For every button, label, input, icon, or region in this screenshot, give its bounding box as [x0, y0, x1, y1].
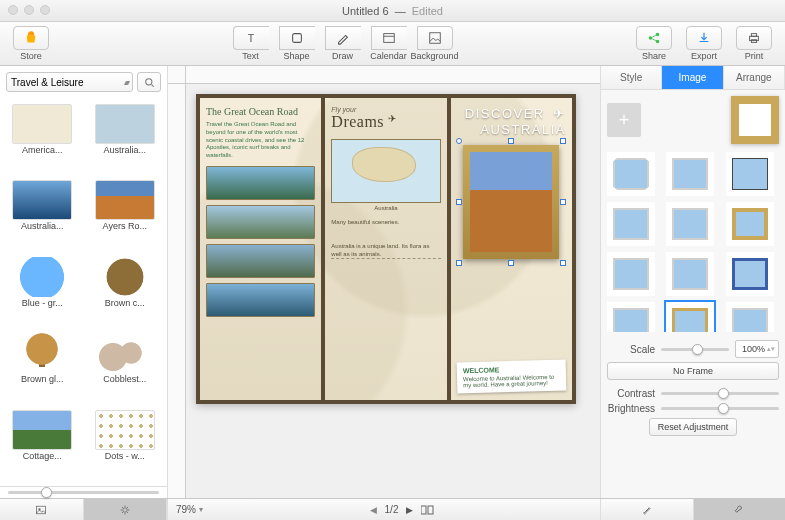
- canvas-area[interactable]: The Great Ocean Road Travel the Great Oc…: [168, 66, 600, 498]
- plane-icon: ✈: [388, 113, 396, 124]
- svg-point-5: [649, 36, 653, 40]
- inspector-mode-format[interactable]: [601, 499, 693, 520]
- reset-adjustment-button[interactable]: Reset Adjustment: [649, 418, 738, 436]
- background-tool-label: Background: [410, 51, 458, 61]
- zoom-window-icon[interactable]: [40, 5, 50, 15]
- frame-option[interactable]: [726, 202, 774, 246]
- panel1-photo[interactable]: [206, 283, 315, 317]
- draw-tool-label: Draw: [332, 51, 353, 61]
- panel1-photo[interactable]: [206, 205, 315, 239]
- panel1-photo[interactable]: [206, 166, 315, 200]
- svg-rect-4: [429, 33, 440, 44]
- print-button[interactable]: Print: [731, 26, 777, 61]
- export-button[interactable]: Export: [681, 26, 727, 61]
- panel2-map-label: Australia: [331, 205, 440, 211]
- library-item-label: Dots - w...: [105, 451, 145, 461]
- panel2-line2: Australia is a unique land. Its flora as…: [331, 243, 440, 259]
- library-view-photos[interactable]: [0, 499, 84, 520]
- inspector-mode-tools[interactable]: [693, 499, 786, 520]
- selected-image-frame[interactable]: [463, 145, 559, 259]
- share-button[interactable]: Share: [631, 26, 677, 61]
- welcome-heading: WELCOME: [462, 365, 559, 375]
- page-thumbnails-button[interactable]: [421, 505, 435, 515]
- library-item[interactable]: America...: [2, 102, 83, 176]
- brightness-slider[interactable]: [661, 407, 779, 410]
- next-page-button[interactable]: ▶: [406, 505, 413, 515]
- main-toolbar: Store T Text Shape Draw Calendar Backgro…: [0, 22, 785, 66]
- title-bar: Untitled 6 — Edited: [0, 0, 785, 22]
- library-item[interactable]: Australia...: [85, 102, 166, 176]
- frame-option[interactable]: [666, 302, 714, 332]
- svg-rect-2: [384, 34, 395, 43]
- welcome-note[interactable]: WELCOME Welcome to Australia! Welcome to…: [456, 360, 566, 394]
- frame-option[interactable]: [666, 252, 714, 296]
- library-item[interactable]: Cobblest...: [85, 331, 166, 405]
- document-page[interactable]: The Great Ocean Road Travel the Great Oc…: [196, 94, 576, 404]
- library-item[interactable]: Ayers Ro...: [85, 178, 166, 252]
- panel3-title-top: DISCOVER: [465, 106, 545, 121]
- contrast-slider[interactable]: [661, 392, 779, 395]
- tab-arrange[interactable]: Arrange: [724, 66, 785, 89]
- library-item[interactable]: Cottage...: [2, 408, 83, 482]
- tab-style[interactable]: Style: [601, 66, 662, 89]
- library-item-label: Australia...: [103, 145, 146, 155]
- text-tool-button[interactable]: T Text: [228, 26, 274, 61]
- no-frame-button[interactable]: No Frame: [607, 362, 779, 380]
- svg-rect-17: [428, 506, 433, 514]
- footer-bar: 79% ▾ ◀ 1/2 ▶: [0, 498, 785, 520]
- svg-point-6: [656, 33, 660, 37]
- tab-image[interactable]: Image: [662, 66, 723, 89]
- frame-option[interactable]: [607, 252, 655, 296]
- library-item[interactable]: Blue - gr...: [2, 255, 83, 329]
- frame-option[interactable]: [607, 202, 655, 246]
- frame-option[interactable]: [666, 152, 714, 196]
- stepper-icon[interactable]: ▴▾: [767, 345, 775, 353]
- frame-option[interactable]: [666, 202, 714, 246]
- prev-page-button[interactable]: ◀: [370, 505, 377, 515]
- scale-property: Scale 100%▴▾: [607, 340, 779, 358]
- library-view-shapes[interactable]: [84, 499, 168, 520]
- frame-option[interactable]: [607, 302, 655, 332]
- selection-handles[interactable]: [459, 141, 563, 263]
- minimize-window-icon[interactable]: [24, 5, 34, 15]
- scale-slider[interactable]: [661, 348, 729, 351]
- library-item[interactable]: Dots - w...: [85, 408, 166, 482]
- frame-option[interactable]: [726, 302, 774, 332]
- scale-value[interactable]: 100%▴▾: [735, 340, 779, 358]
- contrast-label: Contrast: [607, 388, 655, 399]
- library-thumb-size-slider[interactable]: [0, 486, 167, 498]
- share-label: Share: [642, 51, 666, 61]
- store-button[interactable]: Store: [8, 26, 54, 61]
- library-item[interactable]: Brown c...: [85, 255, 166, 329]
- library-search-button[interactable]: [137, 72, 161, 92]
- close-window-icon[interactable]: [8, 5, 18, 15]
- library-item[interactable]: Australia...: [2, 178, 83, 252]
- plane-icon: ✈: [553, 106, 566, 122]
- panel2-divider: [331, 258, 440, 259]
- svg-point-15: [123, 507, 128, 512]
- panel1-photo[interactable]: [206, 244, 315, 278]
- document-title: Untitled 6 — Edited: [342, 5, 443, 17]
- background-tool-button[interactable]: Background: [412, 26, 458, 61]
- ruler-horizontal: [186, 66, 600, 84]
- add-frame-button[interactable]: +: [607, 103, 641, 137]
- calendar-tool-button[interactable]: Calendar: [366, 26, 412, 61]
- panel2-map[interactable]: [331, 139, 440, 203]
- library-item-label: Ayers Ro...: [103, 221, 147, 231]
- library-category-select[interactable]: Travel & Leisure ▴▾: [6, 72, 133, 92]
- main-body: Travel & Leisure ▴▾ America... Australia…: [0, 66, 785, 498]
- draw-tool-button[interactable]: Draw: [320, 26, 366, 61]
- frame-options-grid: [607, 152, 779, 332]
- library-item[interactable]: Brown gl...: [2, 331, 83, 405]
- frame-option[interactable]: [726, 252, 774, 296]
- frame-option[interactable]: [607, 152, 655, 196]
- library-item-label: Blue - gr...: [22, 298, 63, 308]
- svg-point-11: [145, 78, 151, 84]
- ruler-corner: [168, 66, 186, 84]
- print-label: Print: [745, 51, 764, 61]
- library-sidebar: Travel & Leisure ▴▾ America... Australia…: [0, 66, 168, 498]
- frame-option[interactable]: [726, 152, 774, 196]
- shape-tool-button[interactable]: Shape: [274, 26, 320, 61]
- photo-icon: [35, 504, 47, 516]
- zoom-control[interactable]: 79% ▾: [176, 504, 203, 515]
